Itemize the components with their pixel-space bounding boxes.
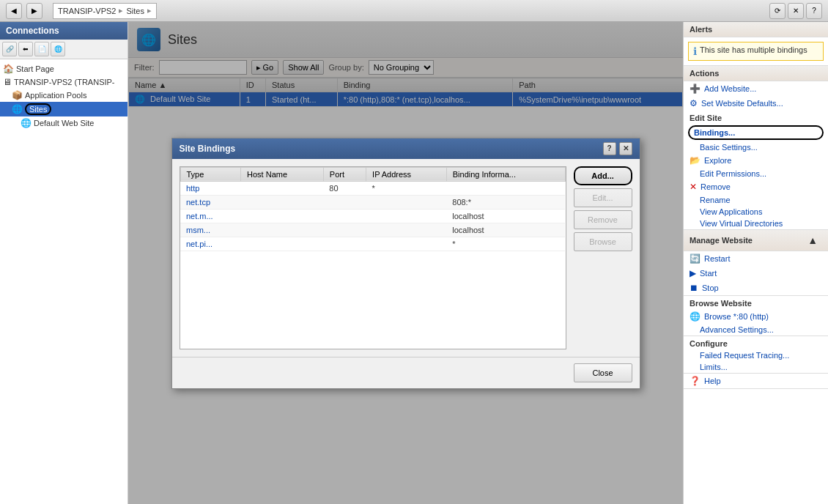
alert-icon: ℹ — [693, 45, 697, 57]
sidebar: Connections 🔗 ⬅ 📄 🌐 🏠 Start Page 🖥 TRANS… — [0, 22, 128, 504]
edit-permissions-link[interactable]: Edit Permissions... — [684, 168, 828, 179]
modal-title: Site Bindings — [180, 144, 236, 154]
right-panel: Alerts ℹ This site has multiple bindings… — [683, 22, 828, 504]
limits-link[interactable]: Limits... — [684, 361, 828, 373]
start-action[interactable]: ▶ Start — [684, 266, 828, 281]
remove-binding-button[interactable]: Remove — [574, 210, 632, 229]
binding-type-netpi: net.pi... — [180, 237, 241, 251]
modal-title-bar: Site Bindings ? ✕ — [172, 138, 640, 159]
restart-icon: 🔄 — [690, 253, 701, 264]
rename-link[interactable]: Rename — [684, 194, 828, 206]
modal-help-button[interactable]: ? — [603, 142, 616, 155]
browse-80-action[interactable]: 🌐 Browse *:80 (http) — [684, 309, 828, 324]
advanced-settings-link[interactable]: Advanced Settings... — [684, 324, 828, 336]
help-action[interactable]: ❓ Help — [684, 374, 828, 388]
sidebar-tool-2[interactable]: ⬅ — [18, 42, 33, 56]
browse-binding-label: Browse — [589, 237, 616, 246]
remove-action[interactable]: ✕ Remove — [684, 179, 828, 194]
binding-hostname-netpi — [241, 237, 324, 251]
binding-ip-netm — [366, 209, 447, 223]
set-defaults-label: Set Website Defaults... — [701, 99, 783, 108]
binding-type-http: http — [180, 181, 241, 195]
manage-website-header: Manage Website ▲ — [684, 230, 828, 251]
binding-port-msm — [323, 223, 366, 237]
modal-close-button[interactable]: ✕ — [619, 142, 632, 155]
add-website-label: Add Website... — [704, 84, 756, 93]
actions-header: Actions — [684, 66, 828, 81]
title-bar: ◀ ▶ TRANSIP-VPS2 ▸ Sites ▸ ⟳ ✕ ? — [0, 0, 828, 22]
edit-site-header: Edit Site — [684, 111, 828, 124]
help-label: Help — [704, 377, 721, 385]
bindings-col-type: Type — [180, 167, 241, 181]
app-pools-label: Application Pools — [25, 91, 86, 100]
back-button[interactable]: ◀ — [6, 3, 22, 19]
start-label: Start — [700, 269, 717, 278]
binding-type-msm: msm... — [180, 223, 241, 237]
defaults-icon: ⚙ — [690, 98, 698, 108]
binding-row-netm[interactable]: net.m... localhost — [180, 209, 565, 223]
browse-binding-button[interactable]: Browse — [574, 232, 632, 251]
bindings-link[interactable]: Bindings... — [688, 125, 824, 140]
sidebar-item-start-page[interactable]: 🏠 Start Page — [0, 62, 127, 75]
view-virtual-directories-link[interactable]: View Virtual Directories — [684, 218, 828, 229]
set-defaults-action[interactable]: ⚙ Set Website Defaults... — [684, 96, 828, 111]
bindings-col-hostname: Host Name — [241, 167, 324, 181]
sites-icon: 🌐 — [12, 104, 23, 114]
breadcrumb-sites: Sites — [126, 7, 144, 15]
breadcrumb-sep1: ▸ — [119, 6, 123, 15]
binding-info-netpi: * — [446, 237, 565, 251]
refresh-button[interactable]: ⟳ — [769, 3, 786, 19]
bindings-col-ip: IP Address — [366, 167, 447, 181]
explore-action[interactable]: 📂 Explore — [684, 153, 828, 168]
sidebar-item-app-pools[interactable]: 📦 Application Pools — [0, 89, 127, 102]
edit-binding-button[interactable]: Edit... — [574, 188, 632, 207]
remove-binding-label: Remove — [588, 215, 618, 224]
stop-label: Stop — [702, 284, 719, 292]
alerts-section: Alerts ℹ This site has multiple bindings — [684, 22, 828, 66]
restart-action[interactable]: 🔄 Restart — [684, 251, 828, 266]
modal-close-footer-button[interactable]: Close — [574, 363, 632, 382]
binding-hostname-nettcp — [241, 195, 324, 209]
help-section: ❓ Help — [684, 374, 828, 389]
sidebar-item-sites[interactable]: 🌐 Sites — [0, 102, 127, 116]
binding-ip-netpi — [366, 237, 447, 251]
start-icon: ▶ — [690, 268, 696, 278]
sidebar-tool-3[interactable]: 📄 — [34, 42, 49, 56]
add-website-action[interactable]: ➕ Add Website... — [684, 81, 828, 96]
manage-website-label: Manage Website — [690, 236, 753, 245]
binding-row-msm[interactable]: msm... localhost — [180, 223, 565, 237]
binding-port-netpi — [323, 237, 366, 251]
bindings-col-port: Port — [323, 167, 366, 181]
sidebar-tool-1[interactable]: 🔗 — [2, 42, 17, 56]
binding-port-netm — [323, 209, 366, 223]
binding-info-nettcp: 808:* — [446, 195, 565, 209]
stop-icon: ⏹ — [690, 283, 698, 293]
help-icon: ❓ — [690, 376, 701, 386]
binding-type-nettcp: net.tcp — [180, 195, 241, 209]
sidebar-item-default-web-site[interactable]: 🌐 Default Web Site — [0, 116, 127, 130]
add-binding-button[interactable]: Add... — [574, 166, 632, 185]
stop-nav-button[interactable]: ✕ — [788, 3, 804, 19]
forward-button[interactable]: ▶ — [26, 3, 42, 19]
start-page-icon: 🏠 — [3, 64, 14, 74]
browse-80-label: Browse *:80 (http) — [704, 312, 769, 321]
bindings-header-row: Type Host Name Port IP Address Binding I… — [180, 167, 565, 181]
add-binding-label: Add... — [591, 171, 614, 180]
configure-header: Configure — [684, 336, 828, 349]
alerts-header: Alerts — [684, 22, 828, 37]
stop-action[interactable]: ⏹ Stop — [684, 281, 828, 295]
failed-request-tracing-link[interactable]: Failed Request Tracing... — [684, 349, 828, 361]
sidebar-tree: 🏠 Start Page 🖥 TRANSIP-VPS2 (TRANSIP- 📦 … — [0, 59, 127, 504]
basic-settings-link[interactable]: Basic Settings... — [684, 141, 828, 153]
modal-buttons: Add... Edit... Remove Browse — [574, 166, 632, 349]
manage-collapse-btn[interactable]: ▲ — [803, 233, 822, 248]
binding-row-nettcp[interactable]: net.tcp 808:* — [180, 195, 565, 209]
sidebar-item-server[interactable]: 🖥 TRANSIP-VPS2 (TRANSIP- — [0, 75, 127, 89]
help-nav-button[interactable]: ? — [806, 3, 822, 19]
view-applications-link[interactable]: View Applications — [684, 206, 828, 218]
default-web-site-icon: 🌐 — [21, 118, 32, 128]
server-label: TRANSIP-VPS2 (TRANSIP- — [14, 78, 115, 86]
sidebar-tool-4[interactable]: 🌐 — [51, 42, 65, 56]
binding-row-http[interactable]: http 80 * — [180, 181, 565, 195]
binding-row-netpi[interactable]: net.pi... * — [180, 237, 565, 251]
